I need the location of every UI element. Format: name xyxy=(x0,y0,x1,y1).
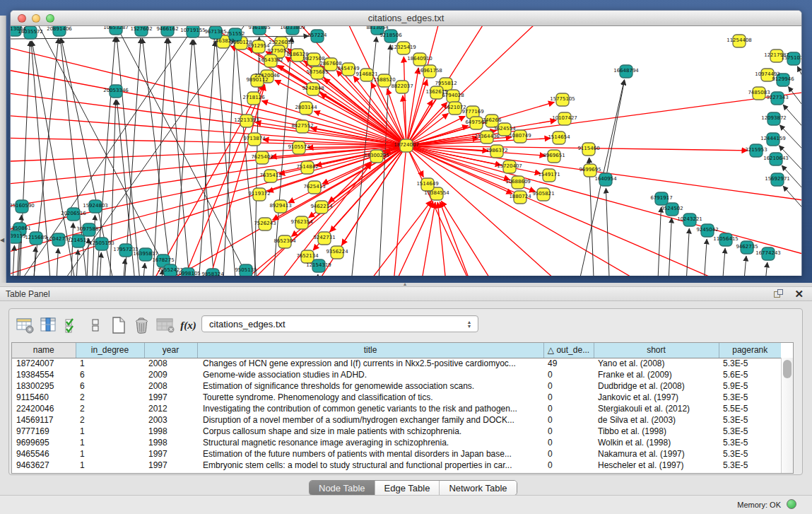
table-cell[interactable]: Structural magnetic resonance image aver… xyxy=(197,437,543,448)
table-row[interactable]: 977716911998Corpus callosum shape and si… xyxy=(12,426,781,437)
window-titlebar[interactable]: citations_edges.txt xyxy=(11,11,801,26)
table-cell[interactable]: 1 xyxy=(76,426,144,437)
graph-edge[interactable] xyxy=(198,41,215,276)
graph-edge[interactable] xyxy=(392,153,406,276)
table-cell[interactable]: Tourette syndrome. Phenomenology and cla… xyxy=(197,392,543,403)
node-table[interactable]: namein_degreeyeartitle△ out_de...shortpa… xyxy=(12,343,781,471)
table-cell[interactable]: 5.3E-5 xyxy=(719,358,781,369)
table-cell[interactable]: 2012 xyxy=(144,403,197,414)
column-header-out_de[interactable]: △ out_de... xyxy=(543,343,594,358)
table-cell[interactable]: 2009 xyxy=(144,369,197,380)
graph-edge[interactable] xyxy=(764,262,767,276)
control-panel-collapsed-gutter[interactable]: ◀ xyxy=(0,16,6,283)
graph-edge[interactable] xyxy=(152,38,167,276)
graph-edge[interactable] xyxy=(657,207,661,276)
table-cell[interactable]: 0 xyxy=(543,369,594,380)
column-header-in_degree[interactable]: in_degree xyxy=(76,343,144,358)
float-panel-icon[interactable] xyxy=(774,289,784,299)
graph-edge[interactable] xyxy=(668,218,671,276)
table-cell[interactable]: 0 xyxy=(543,392,594,403)
table-cell[interactable]: Stergiakouli et al. (2012) xyxy=(594,403,719,414)
table-cell[interactable]: 9463627 xyxy=(12,460,76,471)
table-cell[interactable]: 9115460 xyxy=(12,392,76,403)
table-cell[interactable]: 9465546 xyxy=(12,448,76,460)
table-cell[interactable]: 5.3E-5 xyxy=(719,437,781,448)
graph-edge[interactable] xyxy=(389,201,433,276)
close-panel-icon[interactable]: ✕ xyxy=(794,288,804,300)
tab-edge-table[interactable]: Edge Table xyxy=(375,481,440,495)
scrollbar-thumb[interactable] xyxy=(783,360,792,378)
graph-edge[interactable] xyxy=(440,201,476,276)
table-cell[interactable]: 2 xyxy=(76,414,144,426)
show-column-button[interactable] xyxy=(37,314,60,337)
table-cell[interactable]: Hescheler et al. (1997) xyxy=(594,460,719,471)
graph-edge[interactable] xyxy=(142,263,145,276)
table-cell[interactable]: Nakamura et al. (1997) xyxy=(594,448,719,460)
table-cell[interactable]: 18724007 xyxy=(12,358,76,369)
table-row[interactable]: 911546021997Tourette syndrome. Phenomeno… xyxy=(12,392,781,403)
column-header-pagerank[interactable]: pagerank xyxy=(719,343,781,358)
network-view-window[interactable]: citations_edges.txt 18724007183002951938… xyxy=(10,10,802,276)
table-cell[interactable]: 22420046 xyxy=(12,403,76,414)
table-cell[interactable]: de Silva et al. (2003) xyxy=(594,414,719,426)
column-header-year[interactable]: year xyxy=(144,343,197,358)
table-cell[interactable]: 14569117 xyxy=(12,414,76,426)
graph-edge[interactable] xyxy=(437,202,447,276)
graph-edge[interactable] xyxy=(122,259,125,276)
table-cell[interactable]: 5.5E-5 xyxy=(719,403,781,414)
graph-edge[interactable] xyxy=(11,138,399,146)
table-cell[interactable]: Estimation of the future numbers of pati… xyxy=(197,448,543,460)
table-cell[interactable]: 1 xyxy=(76,448,144,460)
table-source-select[interactable]: citations_edges.txt ▲▼ xyxy=(201,315,478,332)
table-cell[interactable]: 2008 xyxy=(144,380,197,392)
table-row[interactable]: 1872400712008Changes of HCN gene express… xyxy=(12,358,781,369)
table-cell[interactable]: 1997 xyxy=(144,460,197,471)
network-graph-canvas[interactable]: 1872400718300295193845547463822866012889… xyxy=(11,26,801,276)
table-cell[interactable]: Corpus callosum shape and size in male p… xyxy=(197,426,543,437)
table-cell[interactable]: 2003 xyxy=(144,414,197,426)
table-cell[interactable]: Investigating the contribution of common… xyxy=(197,403,543,414)
select-all-button[interactable] xyxy=(60,314,83,337)
graph-edge[interactable] xyxy=(142,38,173,276)
table-cell[interactable]: Disruption of a novel member of a sodium… xyxy=(197,414,543,426)
table-cell[interactable]: 1 xyxy=(76,437,144,448)
tab-node-table[interactable]: Node Table xyxy=(310,481,375,495)
graph-edge[interactable] xyxy=(316,274,318,276)
graph-edge[interactable] xyxy=(589,158,590,163)
table-cell[interactable]: 19384554 xyxy=(12,369,76,380)
table-cell[interactable]: Estimation of significance thresholds fo… xyxy=(197,380,543,392)
graph-edge[interactable] xyxy=(99,252,101,276)
table-cell[interactable]: 2 xyxy=(76,403,144,414)
table-cell[interactable]: Embryonic stem cells: a model to study s… xyxy=(197,460,543,471)
table-cell[interactable]: 1997 xyxy=(144,448,197,460)
graph-edge[interactable] xyxy=(413,149,668,276)
function-builder-button[interactable]: f(x) xyxy=(177,314,200,337)
graph-edge[interactable] xyxy=(686,228,689,276)
import-table-button-disabled[interactable] xyxy=(153,314,177,337)
graph-edge[interactable] xyxy=(269,163,372,276)
table-cell[interactable]: Jankovic et al. (1997) xyxy=(594,392,719,403)
table-row[interactable]: 1456911722003Disruption of a novel membe… xyxy=(12,414,781,426)
table-cell[interactable]: 5.3E-5 xyxy=(719,426,781,437)
graph-edge[interactable] xyxy=(783,105,801,150)
graph-edge[interactable] xyxy=(779,125,801,171)
table-cell[interactable]: Wolkin et al. (1998) xyxy=(594,437,719,448)
table-row[interactable]: 946554611997Estimation of the future num… xyxy=(12,448,781,460)
table-cell[interactable]: Genome-wide association studies in ADHD. xyxy=(197,369,543,380)
table-cell[interactable]: Franke et al. (2009) xyxy=(594,369,719,380)
tab-network-table[interactable]: Network Table xyxy=(439,481,516,495)
table-cell[interactable]: 6 xyxy=(76,380,144,392)
table-cell[interactable]: 0 xyxy=(543,426,594,437)
table-cell[interactable]: 0 xyxy=(543,380,594,392)
table-cell[interactable]: 2 xyxy=(76,392,144,403)
table-cell[interactable]: Yano et al. (2008) xyxy=(594,358,719,369)
table-cell[interactable]: 5.3E-5 xyxy=(719,414,781,426)
graph-edge[interactable] xyxy=(255,122,399,145)
table-row[interactable]: 969969511998Structural magnetic resonanc… xyxy=(12,437,781,448)
new-table-button[interactable] xyxy=(107,314,130,337)
table-row[interactable]: 946362711997Embryonic stem cells: a mode… xyxy=(12,460,781,471)
table-cell[interactable]: 1 xyxy=(76,460,144,471)
column-header-short[interactable]: short xyxy=(594,343,719,358)
graph-edge[interactable] xyxy=(86,238,88,276)
table-cell[interactable]: 0 xyxy=(543,437,594,448)
